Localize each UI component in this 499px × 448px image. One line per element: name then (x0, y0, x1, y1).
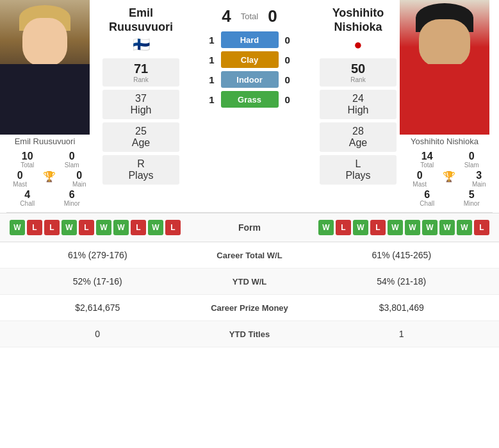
right-rank-value: 50 (326, 62, 390, 76)
right-mast-val: 0 (405, 170, 434, 181)
right-chall-val: 6 (405, 190, 450, 200)
left-slam-cell: 0 Slam (50, 151, 95, 169)
score-row: 4 Total 0 (222, 6, 277, 26)
stats-row-2: $2,614,675 Career Prize Money $3,801,469 (0, 295, 499, 321)
top-area: Emil Ruusuvuori 10 Total 0 Slam 0 (0, 0, 499, 212)
right-age-label: Age (326, 137, 390, 149)
right-total-cell: 14 Total (405, 151, 450, 169)
left-chall-val: 4 (5, 190, 50, 200)
right-main-val: 3 (464, 170, 494, 181)
right-high-value: 24 (326, 93, 390, 104)
right-minor-lbl: Minor (450, 200, 495, 207)
indoor-right-score: 0 (285, 74, 295, 85)
right-slam-val: 0 (450, 151, 495, 162)
left-total-val: 10 (5, 151, 50, 162)
left-form-badge-w: W (113, 220, 129, 235)
right-total-val: 14 (405, 151, 450, 162)
left-stats-panel: 10 Total 0 Slam 0 Mast 🏆 (0, 148, 99, 212)
right-minor-val: 5 (450, 190, 495, 200)
indoor-left-score: 1 (204, 74, 215, 85)
left-plays-box: R Plays (102, 155, 179, 185)
hard-badge: Hard (221, 31, 279, 48)
right-plays-label: Plays (326, 170, 390, 181)
right-total-slam-row: 14 Total 0 Slam (405, 151, 494, 169)
stats-row-1: 52% (17-16) YTD W/L 54% (21-18) (0, 269, 499, 295)
left-main-val: 0 (65, 170, 94, 181)
form-label: Form (211, 222, 288, 233)
left-mast-cell: 0 Mast (5, 170, 35, 188)
clay-badge: Clay (221, 51, 279, 68)
right-trophy-icon: 🏆 (434, 170, 464, 188)
left-rank-label: Rank (109, 76, 173, 83)
left-age-value: 25 (109, 126, 173, 137)
left-score: 4 (222, 6, 231, 26)
right-stats-column: Yoshihito Nishioka ● 50 Rank 24 High 28 … (316, 0, 400, 212)
right-mast-main-row: 0 Mast 🏆 3 Main (405, 170, 494, 188)
left-stats-column: Emil Ruusuvuori 🇫🇮 71 Rank 37 High 25 Ag… (99, 0, 183, 212)
left-form-badge-l: L (79, 220, 94, 235)
right-mast-lbl: Mast (405, 181, 434, 188)
right-score: 0 (268, 6, 277, 26)
surface-row-hard: 1 Hard 0 (204, 31, 295, 48)
right-chall-minor-row: 6 Chall 5 Minor (405, 190, 494, 207)
stats-center-0: Career Total W/L (186, 251, 314, 260)
surface-rows: 1 Hard 0 1 Clay 0 1 Indoor 0 1 Grass (186, 31, 313, 108)
left-player-photo (0, 0, 90, 135)
left-main-cell: 0 Main (65, 170, 94, 188)
left-flag: 🇫🇮 (133, 37, 150, 53)
left-mast-main-row: 0 Mast 🏆 0 Main (5, 170, 94, 188)
right-rank-box: 50 Rank (320, 58, 397, 87)
left-form-badge-l: L (165, 220, 181, 235)
left-total-lbl: Total (5, 162, 50, 169)
surface-row-grass: 1 Grass 0 (204, 91, 295, 108)
right-form-badge-w: W (388, 220, 403, 235)
left-main-lbl: Main (65, 181, 94, 188)
right-plays-value: L (326, 158, 390, 170)
left-minor-lbl: Minor (50, 200, 95, 207)
right-plays-box: L Plays (320, 155, 397, 185)
right-form-badge-w: W (405, 220, 420, 235)
left-form-badge-w: W (96, 220, 111, 235)
left-trophy-icon: 🏆 (35, 170, 64, 188)
right-slam-lbl: Slam (450, 162, 495, 169)
stats-right-3: 1 (314, 329, 490, 339)
right-rank-label: Rank (326, 76, 390, 83)
stats-center-3: YTD Titles (186, 329, 314, 339)
total-label: Total (241, 12, 258, 21)
right-form-badge-w: W (457, 220, 472, 235)
left-chall-lbl: Chall (5, 200, 50, 207)
clay-left-score: 1 (204, 54, 215, 65)
stats-table: 61% (279-176) Career Total W/L 61% (415-… (0, 242, 499, 347)
right-age-box: 28 Age (320, 122, 397, 152)
grass-left-score: 1 (204, 94, 215, 105)
right-player-body (400, 64, 489, 135)
right-form-badge-w: W (318, 220, 334, 235)
stats-center-1: YTD W/L (186, 277, 314, 286)
clay-right-score: 0 (285, 54, 295, 65)
right-minor-cell: 5 Minor (450, 190, 495, 207)
left-chall-minor-row: 4 Chall 6 Minor (5, 190, 94, 207)
left-form-badge-w: W (61, 220, 77, 235)
stats-left-2: $2,614,675 (10, 303, 186, 313)
grass-badge: Grass (221, 91, 279, 108)
right-form-badges: WLWLWWWWWL (288, 220, 490, 235)
stats-center-2: Career Prize Money (186, 303, 314, 313)
right-player-area: Yoshihito Nishioka 14 Total 0 Slam 0 Ma (400, 0, 499, 212)
stats-right-1: 54% (21-18) (314, 276, 490, 286)
left-face-skin (22, 18, 67, 66)
left-total-cell: 10 Total (5, 151, 50, 169)
right-slam-cell: 0 Slam (450, 151, 495, 169)
stats-row-0: 61% (279-176) Career Total W/L 61% (415-… (0, 242, 499, 269)
left-form-badge-w: W (10, 220, 25, 235)
left-player-name: Emil Ruusuvuori (0, 135, 90, 148)
right-main-cell: 3 Main (464, 170, 494, 188)
right-player-name: Yoshihito Nishioka (400, 135, 489, 148)
right-face-skin (419, 19, 470, 67)
left-form-badges: WLLWLWWLWL (10, 220, 211, 235)
right-player-photo (400, 0, 489, 135)
left-player-header-name: Emil Ruusuvuori (102, 6, 179, 34)
right-age-value: 28 (326, 126, 390, 137)
right-high-box: 24 High (320, 90, 397, 119)
right-form-badge-w: W (353, 220, 368, 235)
right-form-badge-l: L (336, 220, 351, 235)
